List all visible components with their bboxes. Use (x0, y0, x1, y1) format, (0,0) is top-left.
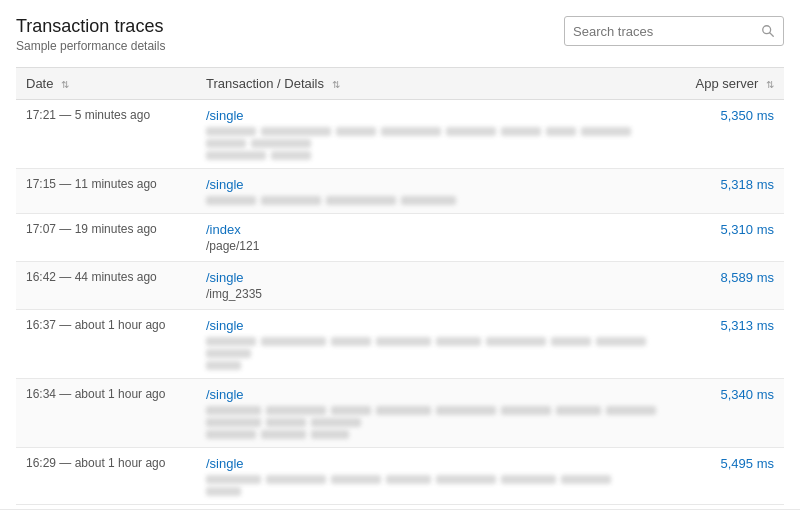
transaction-cell: /single (196, 169, 674, 214)
blurred-block (386, 475, 431, 484)
search-box[interactable] (564, 16, 784, 46)
blurred-block (206, 418, 261, 427)
transaction-link[interactable]: /single (206, 177, 664, 192)
blurred-block (206, 406, 261, 415)
transaction-link[interactable]: /single (206, 108, 664, 123)
date-cell: 17:07 — 19 minutes ago (16, 214, 196, 262)
blurred-block (581, 127, 631, 136)
blurred-block (501, 406, 551, 415)
sort-icon-date: ⇅ (61, 79, 69, 90)
col-header-appserver[interactable]: App server ⇅ (674, 68, 784, 100)
blurred-block (551, 337, 591, 346)
blurred-block (326, 196, 396, 205)
blurred-block (436, 475, 496, 484)
appserver-cell: 5,310 ms (674, 214, 784, 262)
page-wrapper: Transaction traces Sample performance de… (0, 0, 800, 505)
blurred-block (331, 406, 371, 415)
blurred-block (271, 151, 311, 160)
date-cell: 17:15 — 11 minutes ago (16, 169, 196, 214)
blurred-block (251, 139, 311, 148)
blurred-detail-line-1 (206, 196, 664, 205)
table-row: 16:42 — 44 minutes ago/single/img_23358,… (16, 262, 784, 310)
blurred-detail-line-1 (206, 406, 664, 427)
col-header-transaction[interactable]: Transaction / Details ⇅ (196, 68, 674, 100)
traces-table: Date ⇅ Transaction / Details ⇅ App serve… (16, 67, 784, 505)
footer-area: Show more slow transactions (0, 509, 800, 517)
blurred-block (206, 337, 256, 346)
blurred-block (206, 139, 246, 148)
blurred-block (206, 430, 256, 439)
blurred-block (206, 475, 261, 484)
blurred-block (336, 127, 376, 136)
appserver-cell: 8,589 ms (674, 262, 784, 310)
appserver-cell: 5,495 ms (674, 448, 784, 505)
transaction-cell: /single (196, 379, 674, 448)
blurred-block (436, 337, 481, 346)
blurred-block (206, 361, 241, 370)
blurred-block (206, 349, 251, 358)
table-row: 17:21 — 5 minutes ago/single5,350 ms (16, 100, 784, 169)
blurred-block (266, 406, 326, 415)
blurred-block (501, 475, 556, 484)
blurred-block (376, 406, 431, 415)
date-cell: 16:42 — 44 minutes ago (16, 262, 196, 310)
table-row: 17:07 — 19 minutes ago/index/page/1215,3… (16, 214, 784, 262)
blurred-block (261, 127, 331, 136)
blurred-detail-line-1 (206, 475, 664, 484)
blurred-block (331, 475, 381, 484)
appserver-cell: 5,350 ms (674, 100, 784, 169)
date-cell: 16:29 — about 1 hour ago (16, 448, 196, 505)
transaction-cell: /single/img_2335 (196, 262, 674, 310)
blurred-block (206, 151, 266, 160)
transaction-cell: /single (196, 310, 674, 379)
table-row: 16:29 — about 1 hour ago/single5,495 ms (16, 448, 784, 505)
transaction-sub: /img_2335 (206, 287, 664, 301)
blurred-block (596, 337, 646, 346)
transaction-cell: /single (196, 100, 674, 169)
blurred-block (556, 406, 601, 415)
transaction-link[interactable]: /single (206, 270, 664, 285)
search-icon (761, 24, 775, 38)
blurred-block (311, 430, 349, 439)
blurred-block (206, 487, 241, 496)
transaction-link[interactable]: /index (206, 222, 664, 237)
table-row: 16:37 — about 1 hour ago/single5,313 ms (16, 310, 784, 379)
blurred-detail-line-1 (206, 127, 664, 148)
date-cell: 16:37 — about 1 hour ago (16, 310, 196, 379)
blurred-block (501, 127, 541, 136)
blurred-block (546, 127, 576, 136)
header-area: Transaction traces Sample performance de… (16, 16, 784, 53)
blurred-detail-line-2 (206, 487, 664, 496)
table-body: 17:21 — 5 minutes ago/single5,350 ms17:1… (16, 100, 784, 505)
blurred-detail-line-2 (206, 151, 664, 160)
blurred-block (206, 127, 256, 136)
blurred-block (401, 196, 456, 205)
transaction-link[interactable]: /single (206, 387, 664, 402)
blurred-block (331, 337, 371, 346)
blurred-block (561, 475, 611, 484)
blurred-block (206, 196, 256, 205)
blurred-block (261, 196, 321, 205)
transaction-link[interactable]: /single (206, 456, 664, 471)
table-header: Date ⇅ Transaction / Details ⇅ App serve… (16, 68, 784, 100)
blurred-block (376, 337, 431, 346)
date-cell: 16:34 — about 1 hour ago (16, 379, 196, 448)
col-header-date[interactable]: Date ⇅ (16, 68, 196, 100)
svg-line-1 (770, 33, 774, 37)
page-title: Transaction traces (16, 16, 165, 37)
sort-icon-appserver: ⇅ (766, 79, 774, 90)
blurred-block (486, 337, 546, 346)
table-row: 16:34 — about 1 hour ago/single5,340 ms (16, 379, 784, 448)
blurred-block (381, 127, 441, 136)
date-cell: 17:21 — 5 minutes ago (16, 100, 196, 169)
transaction-link[interactable]: /single (206, 318, 664, 333)
transaction-cell: /single (196, 448, 674, 505)
blurred-block (261, 337, 326, 346)
appserver-cell: 5,340 ms (674, 379, 784, 448)
search-input[interactable] (573, 24, 761, 39)
blurred-detail-line-2 (206, 361, 664, 370)
appserver-cell: 5,313 ms (674, 310, 784, 379)
blurred-block (446, 127, 496, 136)
blurred-block (261, 430, 306, 439)
transaction-cell: /index/page/121 (196, 214, 674, 262)
